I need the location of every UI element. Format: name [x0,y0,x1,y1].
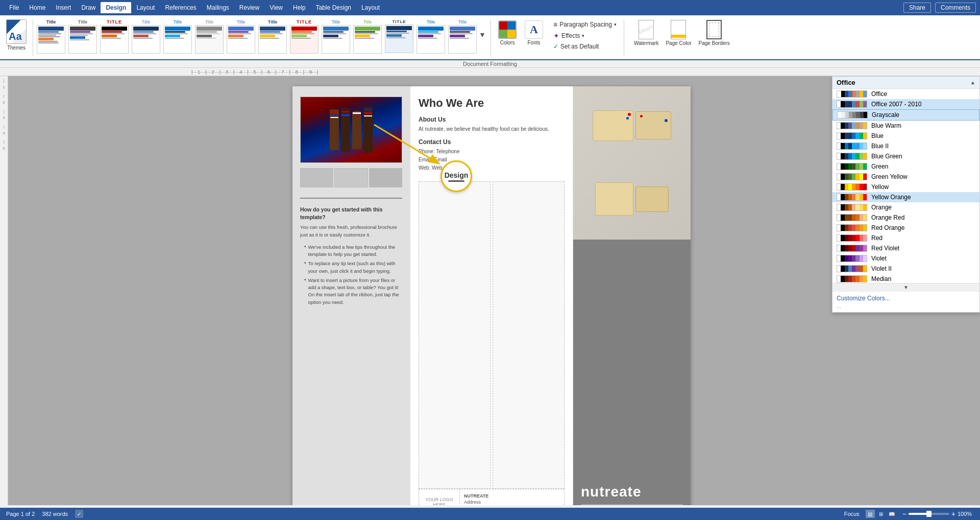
right-image [573,86,691,240]
color-item-violet[interactable]: Violet [832,253,979,264]
menu-design[interactable]: Design [101,2,131,13]
themes-label: Themes [7,45,26,51]
contact-email: Email: Email [419,156,565,164]
menu-layout2[interactable]: Layout [356,2,385,13]
color-item-yellow-orange-label: Yellow Orange [871,194,911,201]
comments-button[interactable]: Comments [935,3,976,13]
focus-button[interactable]: Focus [844,511,860,517]
menu-insert[interactable]: Insert [51,2,76,13]
theme-thumb-14[interactable]: Title [447,18,478,55]
panel-scroll-down[interactable]: ▼ [903,285,909,290]
page-borders-button[interactable]: Page Borders [697,18,731,48]
color-item-blue-green[interactable]: Blue Green [832,151,979,161]
zoom-level: 100% [958,511,974,517]
paragraph-spacing-button[interactable]: ≡ Paragraph Spacing ▾ [550,19,620,30]
color-item-orange-red[interactable]: Orange Red [832,212,979,223]
color-item-office2007-label: Office 2007 - 2010 [871,101,922,108]
color-item-red-orange[interactable]: Red Orange [832,223,979,233]
colors-panel-title: Office [837,79,855,86]
menu-mailings[interactable]: Mailings [202,2,234,13]
menu-draw[interactable]: Draw [76,2,101,13]
menu-layout[interactable]: Layout [131,2,160,13]
contact-title: Contact Us [419,138,565,146]
page-info: Page 1 of 2 [6,511,35,517]
color-item-office2007[interactable]: Office 2007 - 2010 [832,99,979,109]
view-read[interactable]: 📖 [887,510,896,518]
view-web[interactable]: ⊞ [876,510,886,518]
document-formatting-label: Document Formatting [0,60,980,68]
menu-view[interactable]: View [264,2,288,13]
effects-label: Effects [561,32,580,39]
zoom-in[interactable]: + [951,510,955,517]
bullet1: We've included a few tips throughout the… [308,244,402,258]
color-item-yellow[interactable]: Yellow [832,182,979,192]
set-as-default-button[interactable]: ✓ Set as Default [550,42,620,51]
theme-thumb-1[interactable]: Title [35,18,67,55]
about-text: At nutreate, we believe that healthy foo… [419,125,565,133]
color-item-violet2[interactable]: Violet II [832,264,979,274]
color-item-median[interactable]: Median [832,274,979,283]
color-item-red-violet[interactable]: Red Violet [832,243,979,253]
fonts-button[interactable]: A Fonts [522,18,546,48]
menu-review[interactable]: Review [234,2,264,13]
themes-scroll-down[interactable]: ▼ [478,19,486,50]
theme-thumb-2[interactable]: Title [67,18,99,55]
answer-text: You can use this fresh, professional bro… [300,224,402,239]
color-item-blue-warm[interactable]: Blue Warm [832,121,979,131]
view-print[interactable]: ▤ [866,510,875,518]
color-item-grayscale-label: Grayscale [872,111,899,119]
bullet2: To replace any tip text (such as this) w… [308,260,402,275]
menu-help[interactable]: Help [288,2,311,13]
company-name: NUTREATE [464,493,501,499]
ruler: |····1····|····2····|····3····|····4····… [191,69,318,75]
themes-button[interactable]: Aa Themes [3,17,30,53]
address-line1: Address [464,500,501,505]
theme-thumb-4[interactable]: Title [130,18,162,55]
theme-thumb-8[interactable]: Title [257,18,288,55]
status-bar: Page 1 of 2 382 words ✓ Focus ▤ ⊞ 📖 − + … [0,508,980,520]
theme-thumb-12[interactable]: TITLE [383,18,415,54]
color-item-orange[interactable]: Orange [832,202,979,212]
effects-button[interactable]: ✦ Effects ▾ [550,31,620,41]
color-item-blue2[interactable]: Blue II [832,141,979,151]
set-as-default-label: Set as Default [560,43,599,50]
theme-thumb-6[interactable]: Title [193,18,225,55]
paragraph-spacing-label: Paragraph Spacing [559,21,612,28]
colors-panel: Office ▲ [832,76,980,313]
panel-scroll-up[interactable]: ▲ [970,80,975,85]
contact-phone: Phone: Telephone [419,148,565,156]
zoom-slider[interactable] [909,513,949,515]
menu-references[interactable]: References [160,2,201,13]
theme-thumb-11[interactable]: Title [352,18,383,55]
theme-thumb-13[interactable]: Title [415,18,447,55]
about-title: About Us [419,116,565,123]
share-button[interactable]: Share [903,3,931,13]
brand-name: nutreate [581,484,683,500]
theme-thumb-5[interactable]: Title [162,18,193,55]
customize-colors-link[interactable]: Customize Colors... [837,295,975,302]
theme-thumb-9[interactable]: TITLE [288,18,320,55]
watermark-label: Watermark [634,40,659,46]
fonts-label: Fonts [527,40,540,45]
dots: ... [837,303,975,309]
proofing-icon: ✓ [75,510,83,518]
menu-home[interactable]: Home [24,2,51,13]
watermark-button[interactable]: DRAFT Watermark [632,18,660,48]
menu-file[interactable]: File [4,2,24,13]
theme-thumb-3[interactable]: TITLE [99,18,130,55]
color-item-office[interactable]: Office [832,89,979,99]
theme-thumb-10[interactable]: Title [320,18,352,55]
page-color-button[interactable]: Page Color [664,18,693,48]
color-item-green[interactable]: Green [832,161,979,172]
doc-heading: Who We Are [419,97,565,110]
color-item-yellow-orange[interactable]: Yellow Orange [832,192,979,202]
bullet3: Want to insert a picture from your files… [308,277,402,306]
color-item-red[interactable]: Red [832,233,979,243]
colors-button[interactable]: Colors [495,18,520,48]
color-item-blue[interactable]: Blue [832,131,979,141]
zoom-out[interactable]: − [902,510,906,517]
theme-thumb-7[interactable]: Title [225,18,257,55]
color-item-green-yellow[interactable]: Green Yellow [832,172,979,182]
menu-table-design[interactable]: Table Design [311,2,356,13]
color-item-grayscale[interactable]: Grayscale [832,109,979,121]
